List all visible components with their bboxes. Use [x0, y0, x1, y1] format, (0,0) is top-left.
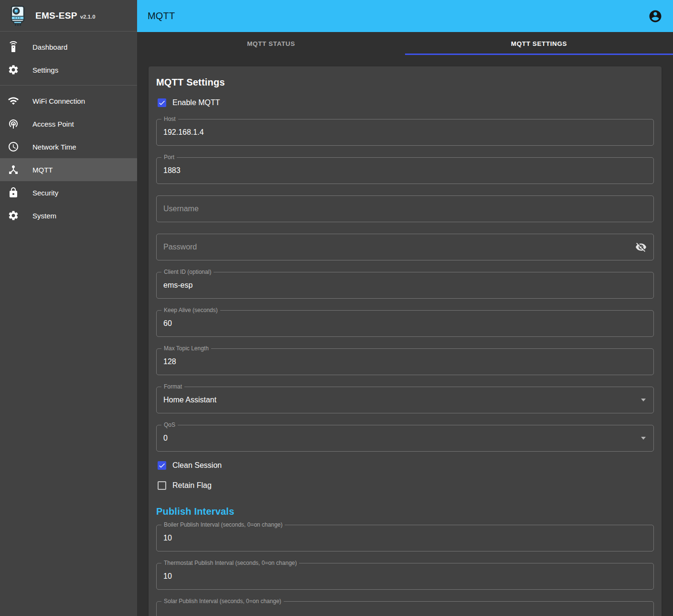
tab-mqtt-status[interactable]: MQTT STATUS: [137, 32, 405, 55]
chevron-down-icon[interactable]: [641, 437, 646, 440]
tab-indicator: [405, 54, 673, 55]
keep-alive-field-label: Keep Alive (seconds): [161, 307, 220, 313]
enable-mqtt-label: Enable MQTT: [172, 98, 220, 107]
gear-icon: [8, 64, 19, 76]
sidebar-nav: Dashboard Settings WiFi Connection Acc: [0, 32, 137, 227]
main-area: MQTT MQTT STATUS MQTT SETTINGS MQTT Sett…: [137, 0, 673, 616]
boiler-publish-interval-field[interactable]: Boiler Publish Interval (seconds, 0=on c…: [156, 525, 654, 551]
max-topic-length-field-label: Max Topic Length: [161, 345, 211, 352]
sidebar-item-settings[interactable]: Settings: [0, 58, 137, 81]
visibility-off-icon[interactable]: [635, 241, 647, 253]
thermostat-publish-interval-label: Thermostat Publish Interval (seconds, 0=…: [161, 560, 299, 566]
qos-select-label: QoS: [161, 421, 178, 428]
password-field[interactable]: Password: [156, 234, 654, 260]
retain-flag-checkbox-row[interactable]: Retain Flag: [156, 476, 654, 496]
port-field-label: Port: [161, 154, 177, 161]
mqtt-settings-card: MQTT Settings Enable MQTT Host 192.168.1…: [149, 66, 662, 616]
host-field-value: 192.168.1.4: [163, 128, 647, 137]
sidebar-item-wifi-connection[interactable]: WiFi Connection: [0, 89, 137, 112]
tab-bar: MQTT STATUS MQTT SETTINGS: [137, 32, 673, 55]
app-version: v2.1.0: [80, 14, 96, 20]
sidebar-item-label: Network Time: [32, 143, 76, 151]
clock-icon: [8, 141, 19, 152]
sidebar: EMS-ESP v2.1.0 Dashboard Settings: [0, 0, 137, 616]
chevron-down-icon[interactable]: [641, 399, 646, 401]
publish-intervals-heading: Publish Intervals: [156, 506, 654, 517]
device-hub-icon: [8, 164, 19, 175]
sidebar-header: EMS-ESP v2.1.0: [0, 0, 137, 32]
sidebar-item-mqtt[interactable]: MQTT: [0, 158, 137, 181]
wifi-icon: [8, 95, 19, 107]
account-circle-icon[interactable]: [648, 9, 662, 23]
card-heading: MQTT Settings: [156, 74, 654, 88]
page-title: MQTT: [148, 11, 175, 22]
clean-session-checkbox-row[interactable]: Clean Session: [156, 455, 654, 476]
ems-esp-logo-icon: [8, 5, 28, 27]
keep-alive-field-value: 60: [163, 319, 647, 328]
appbar: MQTT: [137, 0, 673, 32]
checkbox-checked-icon[interactable]: [158, 461, 166, 470]
max-topic-length-field[interactable]: Max Topic Length 128: [156, 348, 654, 375]
sidebar-item-system[interactable]: System: [0, 204, 137, 227]
lock-icon: [8, 187, 19, 198]
password-field-placeholder: Password: [163, 243, 635, 251]
sidebar-item-label: Access Point: [32, 120, 74, 128]
sidebar-item-label: Dashboard: [32, 43, 67, 51]
format-select-label: Format: [161, 383, 184, 390]
sidebar-item-access-point[interactable]: Access Point: [0, 112, 137, 135]
format-select-value: Home Assistant: [163, 396, 641, 404]
clean-session-label: Clean Session: [172, 461, 222, 470]
app-root: EMS-ESP v2.1.0 Dashboard Settings: [0, 0, 673, 616]
enable-mqtt-checkbox-row[interactable]: Enable MQTT: [156, 93, 654, 113]
client-id-field-label: Client ID (optional): [161, 269, 214, 275]
boiler-publish-interval-value: 10: [163, 534, 647, 542]
gear-icon: [8, 210, 19, 221]
qos-select-value: 0: [163, 434, 641, 443]
retain-flag-label: Retain Flag: [172, 481, 212, 490]
sidebar-item-label: MQTT: [32, 166, 53, 174]
remote-icon: [8, 41, 19, 53]
sidebar-item-dashboard[interactable]: Dashboard: [0, 35, 137, 58]
sidebar-item-label: WiFi Connection: [32, 97, 85, 105]
host-field-label: Host: [161, 116, 178, 122]
client-id-field[interactable]: Client ID (optional) ems-esp: [156, 272, 654, 299]
qos-select[interactable]: QoS 0: [156, 425, 654, 452]
solar-publish-interval-field[interactable]: Solar Publish Interval (seconds, 0=on ch…: [156, 601, 654, 616]
content: MQTT Settings Enable MQTT Host 192.168.1…: [137, 55, 673, 616]
sidebar-item-label: Security: [32, 189, 58, 197]
app-title: EMS-ESP: [35, 11, 77, 21]
tab-mqtt-settings[interactable]: MQTT SETTINGS: [405, 32, 673, 55]
sidebar-item-network-time[interactable]: Network Time: [0, 135, 137, 158]
format-select[interactable]: Format Home Assistant: [156, 387, 654, 413]
wifi-tethering-icon: [8, 118, 19, 130]
thermostat-publish-interval-field[interactable]: Thermostat Publish Interval (seconds, 0=…: [156, 563, 654, 590]
keep-alive-field[interactable]: Keep Alive (seconds) 60: [156, 310, 654, 337]
host-field[interactable]: Host 192.168.1.4: [156, 119, 654, 146]
port-field[interactable]: Port 1883: [156, 157, 654, 184]
checkbox-checked-icon[interactable]: [158, 98, 166, 107]
boiler-publish-interval-label: Boiler Publish Interval (seconds, 0=on c…: [161, 521, 285, 528]
sidebar-item-security[interactable]: Security: [0, 181, 137, 204]
username-field-placeholder: Username: [163, 205, 647, 213]
client-id-field-value: ems-esp: [163, 281, 647, 290]
sidebar-item-label: System: [32, 212, 56, 220]
sidebar-item-label: Settings: [32, 66, 58, 74]
thermostat-publish-interval-value: 10: [163, 572, 647, 581]
max-topic-length-field-value: 128: [163, 357, 647, 366]
sidebar-divider: [0, 85, 137, 86]
port-field-value: 1883: [163, 166, 647, 175]
checkbox-unchecked-icon[interactable]: [158, 481, 166, 490]
username-field[interactable]: Username: [156, 195, 654, 222]
solar-publish-interval-label: Solar Publish Interval (seconds, 0=on ch…: [161, 598, 284, 605]
